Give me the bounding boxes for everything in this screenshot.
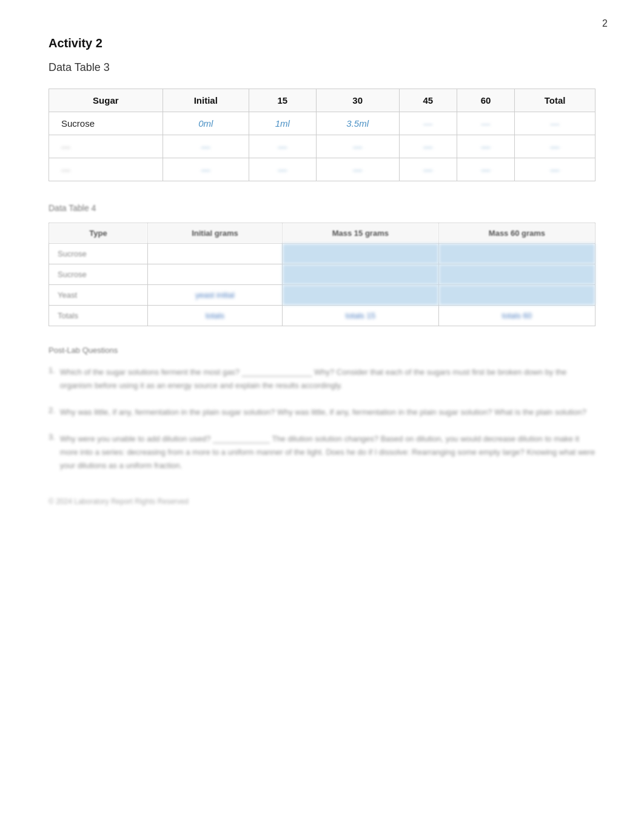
cell-val: — — [399, 158, 457, 181]
t4-label: Sucrose — [49, 244, 148, 264]
data-table-4-title: Data Table 4 — [49, 203, 595, 213]
q3-text: Why were you unable to add dilution used… — [60, 432, 595, 472]
data-table-3-title: Data Table 3 — [49, 61, 595, 74]
cell-val: — — [316, 158, 399, 181]
t4-label: Sucrose — [49, 264, 148, 285]
table-row: — — — — — — — — [49, 158, 595, 181]
t4-blue — [282, 244, 438, 264]
t4-val — [148, 244, 283, 264]
table3-header-row: Sugar Initial 15 30 45 60 Total — [49, 89, 595, 112]
t4-blue — [438, 285, 595, 306]
page-number: 2 — [602, 18, 608, 29]
t4-blue — [282, 264, 438, 285]
table4-header-row: Type Initial grams Mass 15 grams Mass 60… — [49, 223, 595, 244]
page-container: 2 Activity 2 Data Table 3 Sugar Initial … — [0, 0, 644, 835]
cell-sugar-label: Sucrose — [49, 112, 163, 135]
cell-val: — — [163, 158, 249, 181]
t4-val: totals 60 — [438, 306, 595, 326]
t4-blue — [438, 264, 595, 285]
table-row: Yeast yeast initial — [49, 285, 595, 306]
t4-val: yeast initial — [148, 285, 283, 306]
table-row: Totals totals totals 15 totals 60 — [49, 306, 595, 326]
q2-text: Why was little, if any, fermentation in … — [60, 406, 586, 419]
t4-label: Yeast — [49, 285, 148, 306]
cell-val: — — [399, 135, 457, 158]
postlab-title: Post-Lab Questions — [49, 346, 595, 355]
data-table-4: Type Initial grams Mass 15 grams Mass 60… — [49, 223, 595, 326]
col-45: 45 — [399, 89, 457, 112]
col-15: 15 — [249, 89, 316, 112]
cell-total: — — [515, 112, 595, 135]
table-row: Sucrose — [49, 244, 595, 264]
question-1: 1. Which of the sugar solutions ferment … — [49, 366, 595, 392]
table-row: Sucrose — [49, 264, 595, 285]
cell-val: — — [249, 158, 316, 181]
t4-blue — [438, 244, 595, 264]
cell-val: — — [457, 158, 514, 181]
table-row: — — — — — — — — [49, 135, 595, 158]
t4-col-mass15: Mass 15 grams — [282, 223, 438, 244]
t4-col-mass60: Mass 60 grams — [438, 223, 595, 244]
t4-val — [148, 264, 283, 285]
cell-label: — — [49, 135, 163, 158]
cell-30: 3.5ml — [316, 112, 399, 135]
cell-val: — — [249, 135, 316, 158]
cell-val: — — [316, 135, 399, 158]
cell-val: — — [163, 135, 249, 158]
col-sugar: Sugar — [49, 89, 163, 112]
question-3: 3. Why were you unable to add dilution u… — [49, 432, 595, 472]
question-2: 2. Why was little, if any, fermentation … — [49, 406, 595, 419]
data-table-3: Sugar Initial 15 30 45 60 Total Sucrose … — [49, 89, 595, 181]
cell-label: — — [49, 158, 163, 181]
cell-val: — — [515, 135, 595, 158]
q2-number: 2. — [49, 406, 55, 419]
col-30: 30 — [316, 89, 399, 112]
cell-60: — — [457, 112, 514, 135]
cell-initial: 0ml — [163, 112, 249, 135]
cell-45: — — [399, 112, 457, 135]
q1-text: Which of the sugar solutions ferment the… — [60, 366, 595, 392]
q1-number: 1. — [49, 366, 55, 392]
q3-number: 3. — [49, 432, 55, 472]
t4-col-type: Type — [49, 223, 148, 244]
cell-val: — — [457, 135, 514, 158]
t4-col-initial: Initial grams — [148, 223, 283, 244]
cell-15: 1ml — [249, 112, 316, 135]
t4-blue — [282, 285, 438, 306]
footer-text: © 2024 Laboratory Report Rights Reserved — [49, 497, 595, 506]
table-row: Sucrose 0ml 1ml 3.5ml — — — — [49, 112, 595, 135]
t4-label: Totals — [49, 306, 148, 326]
t4-val: totals 15 — [282, 306, 438, 326]
activity-title: Activity 2 — [49, 36, 595, 50]
t4-val: totals — [148, 306, 283, 326]
col-60: 60 — [457, 89, 514, 112]
cell-val: — — [515, 158, 595, 181]
col-initial: Initial — [163, 89, 249, 112]
col-total: Total — [515, 89, 595, 112]
questions-section: 1. Which of the sugar solutions ferment … — [49, 366, 595, 473]
